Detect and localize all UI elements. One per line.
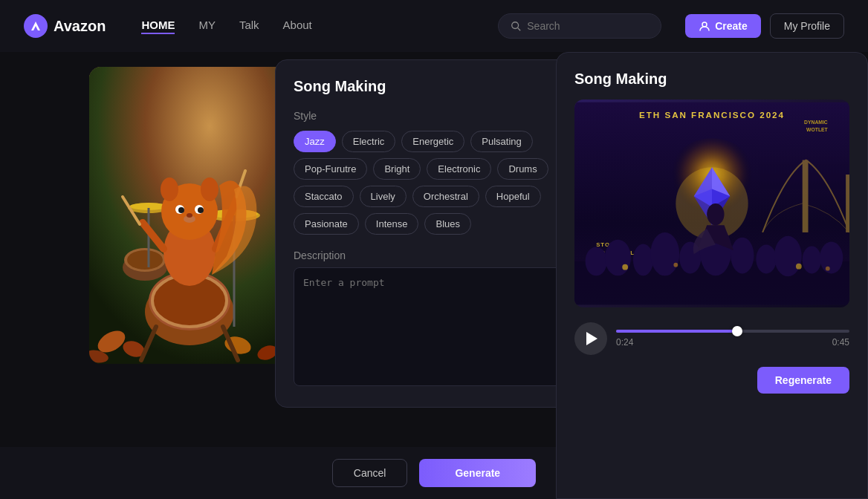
regenerate-area: Regenerate [574, 367, 849, 394]
my-profile-button[interactable]: My Profile [770, 13, 844, 39]
svg-point-18 [127, 250, 163, 270]
svg-line-2 [518, 28, 521, 31]
svg-rect-41 [803, 160, 809, 232]
nav-home[interactable]: HOME [141, 19, 175, 34]
tag-pasionate[interactable]: Pasionate [294, 213, 359, 235]
nav-links: HOME MY Talk About [141, 19, 474, 34]
nav-talk[interactable]: Talk [239, 19, 259, 34]
svg-point-64 [774, 236, 802, 277]
style-label: Style [294, 110, 569, 122]
svg-point-27 [161, 177, 178, 201]
description-textarea[interactable] [294, 267, 569, 386]
tag-pop-furutre[interactable]: Pop-Furutre [294, 158, 367, 180]
album-art-illustration: ETH SAN FRANCISCO 2024 STORY PROTOCOL DY… [574, 100, 849, 307]
svg-point-62 [731, 238, 754, 274]
svg-point-63 [756, 245, 776, 274]
modal-title: Song Making [294, 78, 569, 95]
tag-hopeful[interactable]: Hopeful [485, 186, 541, 207]
svg-text:DYNAMIC: DYNAMIC [804, 120, 828, 125]
tag-jazz[interactable]: Jazz [294, 131, 336, 152]
svg-text:WOTLET: WOTLET [806, 127, 829, 132]
tag-intense[interactable]: Intense [365, 213, 419, 235]
create-icon [699, 20, 710, 32]
logo-icon [24, 14, 48, 38]
description-label: Description [294, 250, 569, 261]
tag-drums[interactable]: Drums [497, 158, 548, 180]
style-tags: Jazz Electric Energetic Pulsating Pop-Fu… [294, 131, 569, 235]
svg-point-66 [820, 242, 843, 274]
tag-pulsating[interactable]: Pulsating [470, 131, 532, 152]
svg-point-1 [512, 22, 519, 29]
logo[interactable]: Avazon [24, 14, 106, 38]
nav-actions: Create My Profile [685, 13, 844, 39]
create-button[interactable]: Create [685, 14, 761, 38]
navbar: Avazon HOME MY Talk About Create My Prof… [0, 0, 868, 52]
result-card: Song Making [556, 52, 868, 499]
logo-text: Avazon [54, 18, 106, 35]
svg-point-70 [796, 264, 802, 270]
tag-bright[interactable]: Bright [373, 158, 421, 180]
svg-point-65 [803, 246, 821, 273]
tag-energetic[interactable]: Energetic [401, 131, 464, 152]
current-time: 0:24 [616, 337, 633, 348]
svg-point-32 [198, 207, 204, 213]
tag-electric[interactable]: Electric [342, 131, 396, 152]
svg-point-59 [650, 232, 679, 275]
svg-rect-42 [846, 175, 849, 232]
tag-blues[interactable]: Blues [424, 213, 471, 235]
search-icon [511, 20, 521, 32]
album-art: ETH SAN FRANCISCO 2024 STORY PROTOCOL DY… [574, 100, 849, 307]
result-title: Song Making [574, 71, 849, 88]
svg-point-31 [178, 207, 184, 213]
progress-bar[interactable] [616, 330, 849, 333]
svg-point-57 [605, 240, 631, 276]
svg-point-34 [187, 213, 192, 218]
svg-point-58 [633, 244, 653, 276]
create-label: Create [715, 20, 748, 32]
tag-electronic[interactable]: Electronic [427, 158, 491, 180]
svg-point-69 [673, 263, 678, 267]
tag-orchestral[interactable]: Orchestral [412, 186, 479, 207]
regenerate-button[interactable]: Regenerate [757, 367, 849, 394]
svg-point-3 [702, 22, 707, 27]
svg-point-28 [201, 177, 218, 201]
svg-text:ETH SAN FRANCISCO 2024: ETH SAN FRANCISCO 2024 [639, 110, 785, 120]
svg-point-71 [826, 267, 830, 271]
nav-my[interactable]: MY [198, 19, 216, 34]
progress-fill [616, 330, 737, 333]
song-making-modal: Song Making Style Jazz Electric Energeti… [275, 59, 587, 408]
total-time: 0:45 [832, 337, 849, 348]
play-icon [586, 332, 597, 345]
audio-player: 0:24 0:45 [574, 322, 849, 355]
progress-area: 0:24 0:45 [616, 330, 849, 348]
squirrel-drum-illustration [89, 67, 290, 364]
cancel-button[interactable]: Cancel [332, 459, 408, 487]
squirrel-image [89, 67, 290, 364]
generate-button[interactable]: Generate [419, 459, 536, 487]
search-input[interactable] [527, 20, 649, 32]
tag-staccato[interactable]: Staccato [294, 186, 354, 207]
tag-lively[interactable]: Lively [360, 186, 407, 207]
progress-thumb [732, 326, 742, 336]
nav-about[interactable]: About [283, 19, 312, 34]
svg-point-67 [707, 203, 724, 225]
main-content: Song Making Style Jazz Electric Energeti… [0, 52, 868, 499]
svg-point-56 [586, 247, 607, 275]
play-button[interactable] [574, 322, 607, 355]
search-bar[interactable] [498, 13, 661, 39]
time-labels: 0:24 0:45 [616, 337, 849, 348]
svg-point-68 [622, 264, 628, 270]
